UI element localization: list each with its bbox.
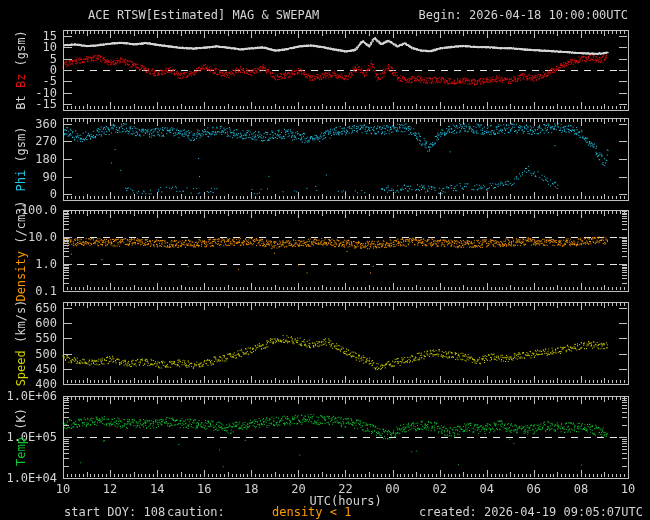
- rtsw-chart-canvas: [0, 0, 650, 520]
- ace-rtsw-plot: ACE RTSW[Estimated] MAG & SWEPAM Begin: …: [0, 0, 650, 520]
